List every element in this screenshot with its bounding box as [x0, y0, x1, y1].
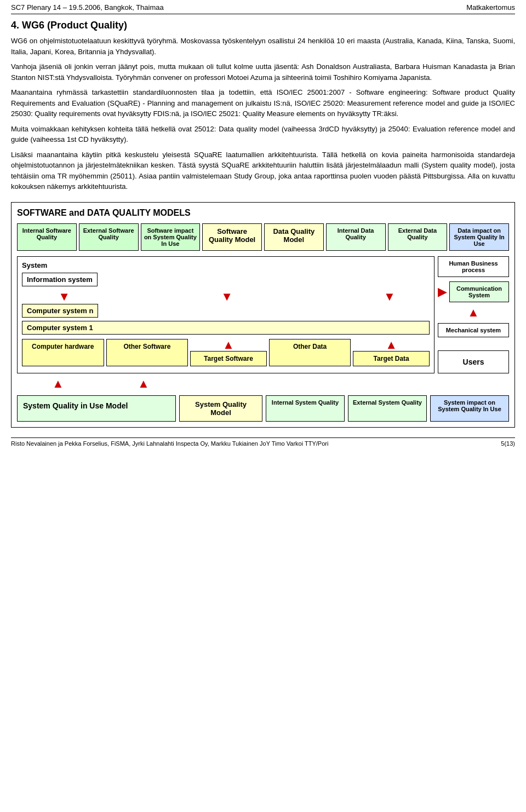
computer-hardware-box: Computer hardware: [22, 339, 104, 366]
external-data-quality-box: External Data Quality: [388, 223, 448, 251]
internal-system-quality-box: Internal System Quality: [266, 395, 345, 422]
info-system-box: Information system: [22, 273, 98, 286]
target-software-box: Target Software: [190, 351, 267, 366]
other-software-box: Other Software: [106, 339, 188, 366]
internal-data-quality-box: Internal Data Quality: [326, 223, 386, 251]
computer-n-box: Computer system n: [22, 304, 98, 318]
paragraph-2: Vanhoja jäseniä oli jonkin verran jäänyt…: [11, 61, 515, 83]
footer-left: Risto Nevalainen ja Pekka Forselius, FiS…: [11, 440, 328, 447]
inner-boxes-row: Computer hardware Other Software ▲ Targe…: [22, 339, 430, 366]
system-label: System: [22, 261, 47, 269]
external-sw-quality-box: External Software Quality: [79, 223, 139, 251]
external-system-quality-box: External System Quality: [348, 395, 427, 422]
paragraph-4: Muita voimakkaan kehityksen kohteita täl…: [11, 124, 515, 145]
page-header: SC7 Plenary 14 – 19.5.2006, Bangkok, Tha…: [11, 0, 515, 14]
arrow-up-comm: ▲: [467, 307, 479, 319]
arrow-up-target-sw: ▲: [222, 339, 235, 351]
system-quality-model-box: System Quality Model: [179, 395, 262, 422]
human-business-box: Human Business process: [438, 256, 509, 277]
main-diagram: SOFTWARE and DATA QUALITY MODELS Interna…: [11, 202, 515, 428]
internal-sw-quality-box: Internal Software Quality: [17, 223, 77, 251]
diagram-title: SOFTWARE and DATA QUALITY MODELS: [17, 208, 509, 218]
target-data-box: Target Data: [353, 351, 430, 366]
top-quality-row: Internal Software Quality External Softw…: [17, 223, 509, 251]
system-area: System Information system ▼ ▼: [17, 256, 434, 373]
header-left: SC7 Plenary 14 – 19.5.2006, Bangkok, Tha…: [11, 3, 164, 11]
arrow-down-1: ▼: [58, 291, 70, 303]
right-side-area: Human Business process ▶ Communication S…: [438, 256, 509, 373]
bottom-arrow-up-2: ▲: [102, 378, 185, 390]
arrow-down-3: ▼: [384, 291, 396, 303]
bottom-quality-row: System Quality in Use Model System Quali…: [17, 395, 509, 422]
users-box: Users: [438, 350, 509, 373]
header-right: Matkakertomus: [466, 3, 515, 11]
arrow-up-target-data: ▲: [385, 339, 397, 351]
comm-system-row: ▶ Communication System: [438, 281, 509, 302]
paragraph-3: Maanantaina ryhmässä tarkastettiin stand…: [11, 87, 515, 119]
computer-1-box: Computer system 1: [22, 321, 430, 335]
bottom-arrow-up-1: ▲: [17, 378, 99, 390]
arrow-down-2: ▼: [221, 291, 233, 303]
arrow-right-comm: ▶: [438, 286, 447, 298]
sw-impact-use-box: Software impact on System Quality In Use: [141, 223, 201, 251]
section-title: 4. WG6 (Product Quality): [11, 20, 515, 31]
target-data-col: ▲ Target Data: [353, 339, 430, 366]
comm-up-arrow-row: ▲: [438, 307, 509, 319]
system-impact-use-box: System impact on System Quality In Use: [430, 395, 509, 422]
paragraph-1: WG6 on ohjelmistotuotelaatuun keskittyvä…: [11, 36, 515, 57]
data-quality-model-box: Data Quality Model: [264, 223, 324, 251]
system-quality-use-model-box: System Quality in Use Model: [17, 395, 176, 422]
communication-system-box: Communication System: [449, 281, 509, 302]
page-footer: Risto Nevalainen ja Pekka Forselius, FiS…: [11, 437, 515, 447]
footer-right: 5(13): [501, 440, 515, 447]
mechanical-system-box: Mechanical system: [438, 323, 509, 337]
other-data-box: Other Data: [269, 339, 351, 366]
target-software-col: ▲ Target Software: [190, 339, 267, 366]
sw-quality-model-box: Software Quality Model: [202, 223, 262, 251]
data-impact-use-box: Data impact on System Quality In Use: [449, 223, 509, 251]
paragraph-5: Lisäksi maanantaina käytiin pitkä keskus…: [11, 149, 515, 192]
